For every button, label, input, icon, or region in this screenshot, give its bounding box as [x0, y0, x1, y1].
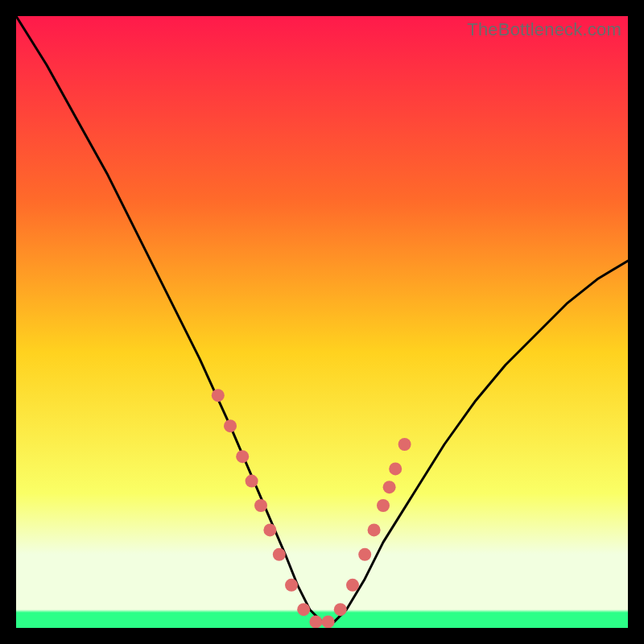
highlight-dot — [236, 450, 249, 463]
highlight-dot — [368, 523, 381, 536]
chart-frame: TheBottleneck.com — [16, 16, 628, 628]
highlight-dot — [389, 462, 402, 475]
highlight-dot — [358, 548, 371, 561]
highlight-dot — [398, 438, 411, 451]
highlight-dot — [246, 475, 258, 488]
highlight-dot — [383, 481, 396, 493]
watermark-text: TheBottleneck.com — [467, 19, 621, 40]
highlight-dot — [297, 603, 310, 616]
highlight-dot — [224, 419, 237, 432]
highlight-dot — [334, 603, 347, 616]
highlight-dot — [377, 499, 390, 512]
bottleneck-chart — [16, 16, 628, 628]
highlight-dot — [254, 499, 267, 512]
highlight-dot — [322, 615, 335, 628]
gradient-background — [16, 16, 628, 628]
highlight-dot — [273, 548, 286, 561]
highlight-dot — [285, 579, 298, 592]
highlight-dot — [346, 579, 359, 592]
highlight-dot — [212, 389, 225, 402]
highlight-dot — [263, 523, 276, 536]
highlight-dot — [309, 615, 322, 628]
